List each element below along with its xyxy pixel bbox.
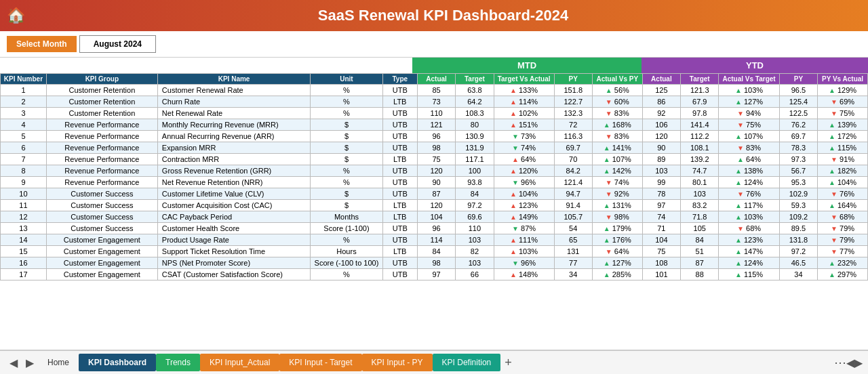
cell-mtd-avspy: ▼ 60% (592, 96, 642, 108)
up-arrow-icon: ▲ (735, 133, 742, 140)
up-arrow-icon: ▲ (604, 202, 610, 209)
cell-ytd-py: 102.9 (779, 188, 817, 200)
table-row: 2 Customer Retention Churn Rate % LTB 73… (1, 96, 868, 108)
down-arrow-icon: ▼ (606, 248, 612, 255)
up-arrow-icon: ▲ (735, 271, 742, 278)
tab-kpi-dashboard[interactable]: KPI Dashboard (79, 354, 156, 371)
cell-ytd-pyva: ▼ 76% (818, 188, 868, 200)
cell-unit: % (311, 108, 382, 119)
cell-type: UTB (382, 165, 417, 177)
tab-kpi-definition[interactable]: KPI Definition (433, 354, 501, 371)
col-header-mtd-tva: Target Vs Actual (494, 74, 554, 85)
cell-mtd-avspy: ▼ 83% (592, 131, 642, 142)
cell-kpi-name: Net Revenue Retention (NRR) (157, 177, 310, 188)
cell-mtd-tva: ▼ 74% (494, 142, 554, 154)
cell-mtd-actual: 110 (417, 108, 455, 119)
tab-kpi-input-py[interactable]: KPI Input - PY (362, 354, 433, 371)
cell-ytd-py: 95.3 (779, 177, 817, 188)
scroll-left-button[interactable]: ◀ (846, 356, 854, 369)
cell-kpi-group: Customer Engagement (46, 257, 157, 269)
cell-mtd-actual: 85 (417, 85, 455, 96)
down-arrow-icon: ▼ (737, 225, 744, 232)
up-arrow-icon: ▲ (510, 167, 517, 175)
cell-mtd-py: 65 (554, 234, 592, 246)
up-arrow-icon: ▲ (829, 202, 835, 209)
up-arrow-icon: ▲ (604, 156, 610, 163)
cell-ytd-py: 34 (779, 269, 817, 280)
up-arrow-icon: ▲ (829, 133, 835, 140)
cell-ytd-actual: 125 (642, 85, 680, 96)
table-row: 6 Revenue Performance Expansion MRR $ UT… (1, 142, 868, 154)
cell-ytd-py: 109.2 (779, 211, 817, 223)
more-options-button[interactable]: ⋯ (834, 355, 846, 370)
cell-type: LTB (382, 200, 417, 211)
cell-kpi-group: Customer Retention (46, 96, 157, 108)
tab-kpi-input-actual[interactable]: KPI Input_Actual (200, 354, 279, 371)
cell-mtd-actual: 90 (417, 177, 455, 188)
cell-ytd-avst: ▼ 68% (719, 223, 779, 234)
scroll-right-button[interactable]: ▶ (854, 356, 863, 369)
table-row: 15 Customer Engagement Support Ticket Re… (1, 246, 868, 257)
select-month-button[interactable]: Select Month (7, 36, 77, 52)
cell-ytd-actual: 104 (642, 234, 680, 246)
cell-ytd-py: 97.2 (779, 246, 817, 257)
cell-unit: $ (311, 200, 382, 211)
cell-ytd-pyva: ▲ 232% (818, 257, 868, 269)
up-arrow-icon: ▲ (604, 236, 610, 244)
cell-kpi-name: Customer Lifetime Value (CLV) (157, 188, 310, 200)
cell-ytd-py: 69.7 (779, 131, 817, 142)
cell-ytd-target: 97.8 (681, 108, 719, 119)
cell-ytd-pyva: ▲ 297% (818, 269, 868, 280)
add-tab-button[interactable]: + (500, 356, 516, 370)
cell-mtd-actual: 97 (417, 269, 455, 280)
tab-home[interactable]: Home (38, 354, 79, 371)
cell-mtd-actual: 104 (417, 211, 455, 223)
cell-kpi-number: 10 (1, 188, 47, 200)
cell-mtd-target: 108.3 (456, 108, 494, 119)
cell-mtd-target: 130.9 (456, 131, 494, 142)
col-header-kpi-number: KPI Number (1, 74, 47, 85)
cell-mtd-actual: 120 (417, 165, 455, 177)
cell-ytd-pyva: ▼ 79% (818, 223, 868, 234)
cell-mtd-avspy: ▲ 179% (592, 223, 642, 234)
cell-mtd-tva: ▼ 96% (494, 177, 554, 188)
cell-kpi-group: Customer Engagement (46, 246, 157, 257)
cell-mtd-tva: ▲ 104% (494, 188, 554, 200)
cell-mtd-target: 82 (456, 246, 494, 257)
cell-ytd-py: 56.7 (779, 165, 817, 177)
cell-mtd-target: 100 (456, 165, 494, 177)
cell-mtd-actual: 120 (417, 200, 455, 211)
cell-mtd-actual: 98 (417, 257, 455, 269)
nav-next-button[interactable]: ▶ (22, 356, 38, 369)
cell-kpi-name: Customer Acquisition Cost (CAC) (157, 200, 310, 211)
cell-kpi-group: Customer Retention (46, 108, 157, 119)
cell-type: LTB (382, 96, 417, 108)
up-arrow-icon: ▲ (510, 213, 517, 221)
cell-ytd-avst: ▼ 75% (719, 119, 779, 131)
cell-mtd-py: 131 (554, 246, 592, 257)
cell-mtd-target: 110 (456, 223, 494, 234)
cell-kpi-name: Monthly Recurring Revenue (MRR) (157, 119, 310, 131)
tab-trends[interactable]: Trends (156, 354, 200, 371)
cell-ytd-pyva: ▲ 172% (818, 131, 868, 142)
cell-type: UTB (382, 108, 417, 119)
cell-ytd-avst: ▲ 117% (719, 200, 779, 211)
cell-mtd-target: 64.2 (456, 96, 494, 108)
cell-ytd-py: 76.2 (779, 119, 817, 131)
cell-kpi-number: 5 (1, 131, 47, 142)
cell-ytd-py: 46.5 (779, 257, 817, 269)
cell-ytd-pyva: ▼ 75% (818, 108, 868, 119)
cell-type: UTB (382, 269, 417, 280)
table-row: 12 Customer Success CAC Payback Period M… (1, 211, 868, 223)
tab-kpi-input-target[interactable]: KPI Input - Target (279, 354, 361, 371)
cell-mtd-avspy: ▲ 127% (592, 257, 642, 269)
cell-ytd-avst: ▲ 138% (719, 165, 779, 177)
cell-ytd-pyva: ▲ 139% (818, 119, 868, 131)
table-row: 16 Customer Engagement NPS (Net Promoter… (1, 257, 868, 269)
dashboard-header: 🏠 SaaS Renewal KPI Dashboard-2024 (0, 0, 868, 31)
up-arrow-icon: ▲ (510, 190, 517, 198)
nav-prev-button[interactable]: ◀ (5, 356, 22, 369)
cell-mtd-avspy: ▲ 56% (592, 85, 642, 96)
down-arrow-icon: ▼ (831, 236, 837, 244)
table-row: 5 Revenue Performance Annual Recurring R… (1, 131, 868, 142)
